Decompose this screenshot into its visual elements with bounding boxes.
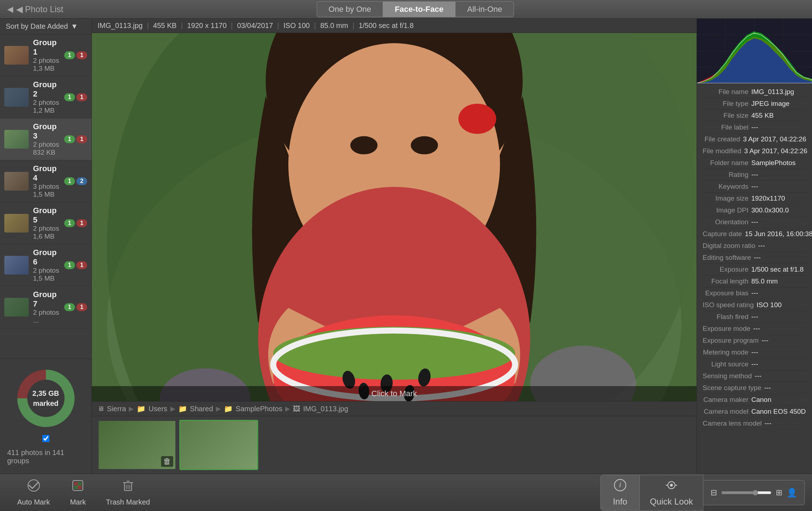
mark-button[interactable]: Mark [60,475,96,510]
zoom-slider[interactable] [721,490,771,496]
info-row: File label--- [703,122,806,133]
zoom-in-icon: ⊞ [776,488,782,497]
click-to-mark-label[interactable]: Click to Mark [92,386,697,401]
monitor-icon: 🖥 [98,405,104,413]
folder-icon: 📁 [178,404,187,413]
back-label: ◀ Photo List [16,4,63,14]
info-value-text: --- [753,325,806,333]
meta-focal: 85.0 mm [320,22,348,30]
group-badges: 1 1 [64,135,87,143]
info-row: Scene capture type--- [703,382,806,394]
group-count: 2 photos [33,57,60,65]
badge-keep: 1 [64,93,75,101]
bottom-toolbar: Auto Mark Mark Trash Marked [0,474,812,511]
info-label-text: Folder name [703,159,749,167]
info-row: Keywords--- [703,181,806,193]
file-info: File nameIMG_0113.jpgFile typeJPEG image… [697,83,812,474]
histogram-area [697,19,812,83]
titlebar: ◀ ◀ Photo List One by One Face-to-Face A… [0,0,812,19]
photo-svg [92,33,697,401]
group-count: 2 photos [33,99,60,107]
info-row: Camera makerCanon [703,394,806,406]
show-marked-checkbox[interactable] [42,435,49,442]
thumbnail-item[interactable] [179,420,258,470]
badge-keep: 1 [64,177,75,185]
list-item[interactable]: Group 1 2 photos 1,3 MB 1 1 [0,34,91,76]
info-icon: i [614,479,627,494]
sort-bar[interactable]: Sort by Date Added ▼ [0,19,91,34]
info-row: File typeJPEG image [703,98,806,110]
info-label-text: Exposure program [703,337,759,344]
info-row: ISO speed ratingISO 100 [703,299,806,311]
group-thumbnail [4,88,29,107]
meta-filename: IMG_0113.jpg [98,22,143,30]
group-thumbnail [4,298,29,317]
meta-exposure: 1/500 sec at f/1.8 [359,22,414,30]
zoom-area: ⊟ ⊞ 👤 [703,480,805,505]
info-row: Light source--- [703,358,806,370]
tab-all-in-one[interactable]: All-in-One [455,1,514,17]
group-info: Group 3 2 photos 832 KB [33,122,60,156]
group-size: 1,3 MB [33,65,60,72]
trash-marked-button[interactable]: Trash Marked [96,475,160,510]
image-icon: 🖼 [293,405,300,413]
info-label-text: Rating [703,171,749,179]
badge-trash: 1 [76,303,87,311]
group-thumbnail [4,130,29,149]
info-value-text: --- [751,360,806,368]
group-badges: 1 1 [64,51,87,59]
group-count: 2 photos [33,309,60,317]
list-item[interactable]: Group 4 3 photos 1,5 MB 1 2 [0,160,91,202]
info-value-text: 455 KB [751,112,806,119]
info-label-text: Sensing method [703,372,752,380]
badge-trash: 1 [76,135,87,143]
tab-face-to-face[interactable]: Face-to-Face [383,1,455,17]
info-label-text: Editing software [703,254,751,262]
info-row: Image DPI300.0x300.0 [703,205,806,216]
svg-text:i: i [619,481,621,489]
sort-chevron-icon: ▼ [71,22,78,31]
info-row: Rating--- [703,169,806,181]
tab-one-by-one[interactable]: One by One [317,1,383,17]
info-label-text: Keywords [703,183,749,191]
group-info: Group 6 2 photos 1,5 MB [33,248,60,282]
info-label-text: Camera model [703,408,749,416]
thumbnail-item[interactable]: 🗑 [98,420,176,470]
quick-look-button[interactable]: Quick Look [640,475,703,511]
group-info: Group 2 2 photos 1,2 MB [33,80,60,114]
info-row: Editing software--- [703,252,806,264]
group-name: Group 1 [33,38,60,57]
info-label-text: Camera lens model [703,419,762,427]
back-button[interactable]: ◀ ◀ Photo List [7,4,63,14]
info-row: Focal length85.0 mm [703,276,806,287]
zoom-out-icon: ⊟ [710,488,717,497]
folder-icon: 📁 [224,404,233,413]
group-info: Group 7 2 photos ... [33,290,60,324]
info-button[interactable]: i Info [600,475,640,511]
right-tools: i Info Quick Look ⊟ ⊞ 👤 [600,475,805,511]
svg-rect-37 [74,486,78,489]
auto-mark-button[interactable]: Auto Mark [7,475,60,510]
list-item[interactable]: Group 5 2 photos 1,6 MB 1 1 [0,202,91,244]
list-item[interactable]: Group 7 2 photos ... 1 1 [0,286,91,328]
info-label-text: Digital zoom ratio [703,242,755,250]
zoom-person-icon: 👤 [787,488,797,498]
group-thumbnail [4,214,29,233]
group-badges: 1 2 [64,177,87,185]
list-item[interactable]: Group 6 2 photos 1,5 MB 1 1 [0,244,91,286]
view-tabs: One by One Face-to-Face All-in-One [317,1,514,17]
info-value-text: --- [751,348,806,356]
pie-chart: 2,35 GB marked [14,366,78,431]
group-name: Group 7 [33,290,60,309]
info-row: Exposure program--- [703,335,806,347]
info-label-text: Exposure mode [703,325,750,333]
info-label-text: ISO speed rating [703,301,754,309]
info-row: Capture date15 Jun 2016, 16:00:38 [703,228,806,240]
pie-label: 2,35 GB marked [32,388,59,408]
main-photo-area[interactable]: Click to Mark [92,33,697,401]
info-label-text: Metering mode [703,348,749,356]
list-item[interactable]: Group 3 2 photos 832 KB 1 1 [0,118,91,160]
list-item[interactable]: Group 2 2 photos 1,2 MB 1 1 [0,76,91,118]
bc-shared: Shared [190,405,213,413]
photo-meta-bar: IMG_0113.jpg | 455 KB | 1920 x 1170 | 03… [92,19,697,33]
